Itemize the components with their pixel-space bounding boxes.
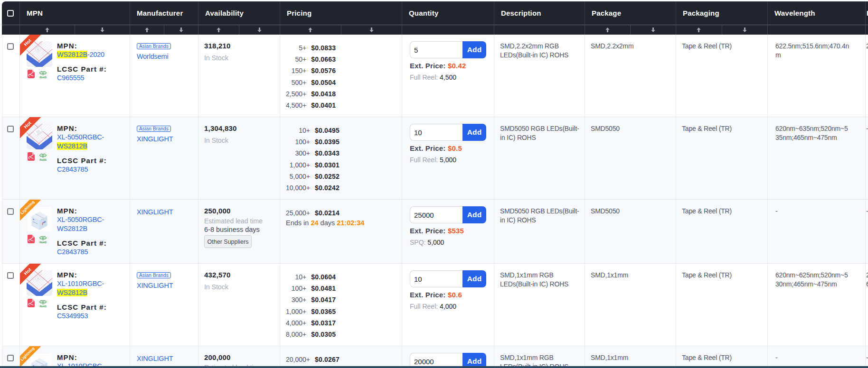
svg-text:RoHS: RoHS	[39, 76, 47, 79]
svg-text:RoHS: RoHS	[39, 241, 47, 244]
svg-text:RoHS: RoHS	[39, 158, 47, 161]
svg-text:RoHS: RoHS	[39, 305, 47, 308]
